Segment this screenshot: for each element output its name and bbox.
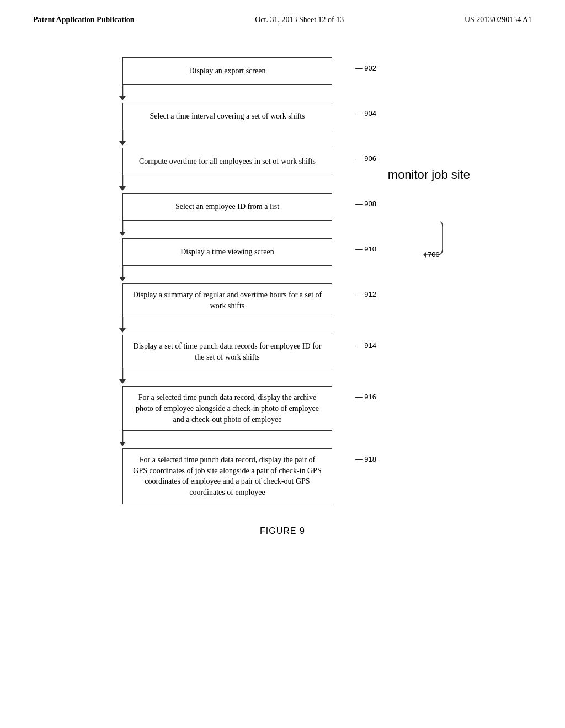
step-906: Compute overtime for all employees in se… <box>122 148 332 175</box>
ref-700-bracket: 700 <box>423 216 445 262</box>
step-910-label: 910 <box>355 245 376 253</box>
step-904-box: Select a time interval covering a set of… <box>122 103 332 130</box>
step-908: Select an employee ID from a list908 <box>122 193 332 221</box>
header-center: Oct. 31, 2013 Sheet 12 of 13 <box>255 15 344 24</box>
step-906-box: Compute overtime for all employees in se… <box>122 148 332 175</box>
step-918-label: 918 <box>355 455 376 463</box>
page-header: Patent Application Publication Oct. 31, … <box>0 0 565 24</box>
step-904-label: 904 <box>355 109 376 117</box>
step-904: Select a time interval covering a set of… <box>122 103 332 130</box>
step-918-box: For a selected time punch data record, d… <box>122 448 332 504</box>
step-902-box: Display an export screen <box>122 57 332 85</box>
flowchart: Display an export screen902Select a time… <box>122 57 354 504</box>
figure-label: FIGURE 9 <box>0 526 565 536</box>
step-910-box: Display a time viewing screen <box>122 238 332 266</box>
svg-marker-0 <box>423 252 426 258</box>
step-908-box: Select an employee ID from a list <box>122 193 332 221</box>
diagram-area: Display an export screen902Select a time… <box>89 57 476 504</box>
step-918: For a selected time punch data record, d… <box>122 448 332 504</box>
step-908-label: 908 <box>355 200 376 208</box>
step-916: For a selected time punch data record, d… <box>122 386 332 431</box>
step-906-label: 906 <box>355 154 376 163</box>
step-912-label: 912 <box>355 290 376 298</box>
step-916-label: 916 <box>355 393 376 401</box>
monitor-job-site-label: monitor job site <box>388 168 470 182</box>
step-914-box: Display a set of time punch data records… <box>122 335 332 368</box>
step-912: Display a summary of regular and overtim… <box>122 283 332 317</box>
step-914: Display a set of time punch data records… <box>122 335 332 368</box>
step-902-label: 902 <box>355 64 376 72</box>
header-left: Patent Application Publication <box>33 15 135 24</box>
step-914-label: 914 <box>355 341 376 350</box>
step-916-box: For a selected time punch data record, d… <box>122 386 332 431</box>
step-910: Display a time viewing screen910 <box>122 238 332 266</box>
header-right: US 2013/0290154 A1 <box>465 15 532 24</box>
ref-700-label: 700 <box>428 250 440 259</box>
step-902: Display an export screen902 <box>122 57 332 85</box>
step-912-box: Display a summary of regular and overtim… <box>122 283 332 317</box>
